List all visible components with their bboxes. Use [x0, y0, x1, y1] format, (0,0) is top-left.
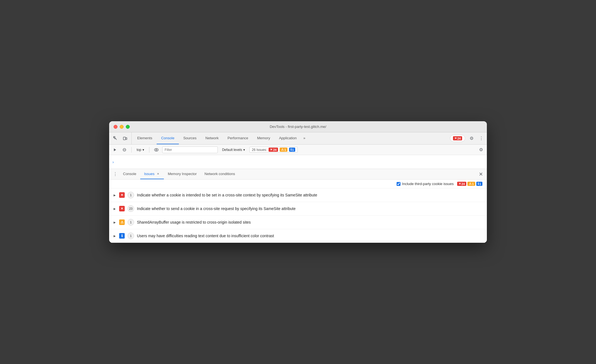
tab-network-conditions[interactable]: Network conditions [201, 169, 239, 179]
expand-icon-2: ▶ [114, 221, 116, 224]
issues-summary-blue: ℹ 1 [476, 182, 482, 186]
minimize-button[interactable] [120, 125, 124, 129]
console-settings-button[interactable]: ⚙ [477, 146, 485, 153]
expand-icon-1: ▶ [114, 207, 116, 210]
third-party-checkbox[interactable] [397, 182, 400, 186]
levels-dropdown-icon: ▾ [243, 148, 245, 152]
issue-info-icon-3: ℹ [119, 233, 125, 239]
error-icon-badge: ✕ [459, 182, 461, 186]
tab-memory-inspector[interactable]: Memory Inspector [164, 169, 201, 179]
issue-text-0: Indicate whether a cookie is intended to… [137, 193, 482, 197]
issue-count-0: 1 [127, 192, 134, 198]
tab-performance[interactable]: Performance [223, 132, 252, 144]
issues-blue-badge: ℹ 1 [289, 148, 295, 152]
filter-input[interactable] [162, 146, 218, 153]
more-panels-button[interactable]: ⋮ [111, 169, 119, 179]
bottom-tabs-bar: ⋮ Console Issues ✕ Memory Inspector Netw… [109, 169, 487, 180]
devtools-toolbar: Elements Console Sources Network Perform… [109, 132, 487, 145]
more-tabs-icon: » [303, 136, 305, 140]
clear-console-button[interactable] [121, 146, 128, 153]
warning-icon-badge: ⚠ [469, 182, 472, 186]
issue-error-icon-0: ✕ [119, 192, 125, 198]
bottom-panel: ⋮ Console Issues ✕ Memory Inspector Netw… [109, 169, 487, 243]
svg-point-6 [154, 148, 158, 151]
issues-badge-button[interactable]: ✕ 24 [450, 135, 465, 142]
tab-network[interactable]: Network [201, 132, 223, 144]
log-levels-button[interactable]: Default levels ▾ [220, 147, 247, 152]
dropdown-arrow-icon: ▾ [142, 148, 144, 152]
context-selector-button[interactable]: top ▾ [135, 147, 146, 152]
close-button[interactable] [114, 125, 117, 129]
expand-icon-3: ▶ [114, 234, 116, 237]
issue-text-3: Users may have difficulties reading text… [137, 234, 482, 238]
third-party-checkbox-label[interactable]: Include third-party cookie issues [397, 182, 454, 186]
issue-count-1: 23 [127, 205, 134, 212]
nav-tabs: Elements Console Sources Network Perform… [133, 132, 448, 144]
svg-marker-3 [114, 148, 116, 151]
expand-icon-0: ▶ [114, 194, 116, 197]
window-title: DevTools - first-party-test.glitch.me/ [270, 125, 326, 129]
tab-application[interactable]: Application [275, 132, 301, 144]
more-options-button[interactable]: ⋮ [478, 134, 485, 143]
tab-console[interactable]: Console [157, 132, 179, 144]
console-output-area: › [109, 155, 487, 169]
settings-button[interactable]: ⚙ [467, 134, 476, 143]
issues-panel: Include third-party cookie issues ✕ 24 ⚠… [109, 180, 487, 243]
toolbar-red-badge: ✕ 24 [453, 136, 462, 140]
issues-summary-yellow: ⚠ 1 [467, 182, 475, 186]
tab-elements[interactable]: Elements [133, 132, 157, 144]
close-bottom-panel-button[interactable]: ✕ [477, 169, 485, 179]
devtools-window: DevTools - first-party-test.glitch.me/ E… [109, 121, 487, 243]
issue-row-2[interactable]: ▶ ⚠ 1 SharedArrayBuffer usage is restric… [109, 216, 487, 229]
traffic-lights [114, 125, 130, 129]
issues-yellow-badge: ⚠ 1 [280, 148, 287, 152]
issues-tab-close[interactable]: ✕ [156, 172, 160, 176]
issue-row-1[interactable]: ▶ ✕ 23 Indicate whether to send a cookie… [109, 202, 487, 216]
toolbar-right: ✕ 24 ⚙ ⋮ [448, 132, 485, 144]
issue-count-2: 1 [127, 219, 134, 226]
divider [131, 147, 132, 153]
issues-summary-red: ✕ 24 [457, 182, 466, 186]
issue-warning-icon-2: ⚠ [119, 219, 125, 225]
svg-rect-1 [123, 137, 126, 140]
issue-error-icon-1: ✕ [119, 206, 125, 211]
tab-sources[interactable]: Sources [179, 132, 201, 144]
device-toolbar-button[interactable] [121, 134, 129, 143]
issues-top-bar: Include third-party cookie issues ✕ 24 ⚠… [109, 180, 487, 188]
svg-point-7 [156, 149, 157, 150]
console-prompt-chevron[interactable]: › [112, 160, 114, 164]
tab-memory[interactable]: Memory [253, 132, 275, 144]
info-icon-badge: ℹ [478, 182, 479, 186]
warning-icon-sm: ⚠ [281, 148, 284, 151]
tab-console-bottom[interactable]: Console [119, 169, 140, 179]
issue-count-3: 1 [127, 232, 134, 239]
error-icon: ✕ [454, 136, 457, 140]
title-bar: DevTools - first-party-test.glitch.me/ [109, 121, 487, 132]
issues-red-badge: ✕ 24 [269, 148, 278, 152]
issue-text-2: SharedArrayBuffer usage is restricted to… [137, 220, 482, 224]
issue-row-3[interactable]: ▶ ℹ 1 Users may have difficulties readin… [109, 229, 487, 243]
info-icon-sm: ℹ [291, 148, 292, 151]
tab-more[interactable]: » [301, 132, 307, 144]
divider2 [149, 147, 149, 153]
issue-text-1: Indicate whether to send a cookie in a c… [137, 206, 482, 211]
issues-count-button[interactable]: 26 Issues: ✕ 24 ⚠ 1 ℹ 1 [249, 147, 298, 153]
maximize-button[interactable] [126, 125, 130, 129]
svg-rect-2 [126, 138, 127, 140]
issue-row-0[interactable]: ▶ ✕ 1 Indicate whether a cookie is inten… [109, 188, 487, 202]
toolbar-icons [111, 132, 132, 144]
inspect-element-button[interactable] [111, 134, 120, 143]
run-script-button[interactable] [111, 146, 119, 153]
console-toolbar: top ▾ Default levels ▾ 26 Issues: ✕ 24 ⚠… [109, 145, 487, 155]
live-expressions-button[interactable] [153, 146, 160, 153]
issues-summary-badges: ✕ 24 ⚠ 1 ℹ 1 [457, 182, 483, 186]
error-icon-sm: ✕ [270, 148, 272, 151]
tab-issues[interactable]: Issues ✕ [140, 169, 164, 179]
